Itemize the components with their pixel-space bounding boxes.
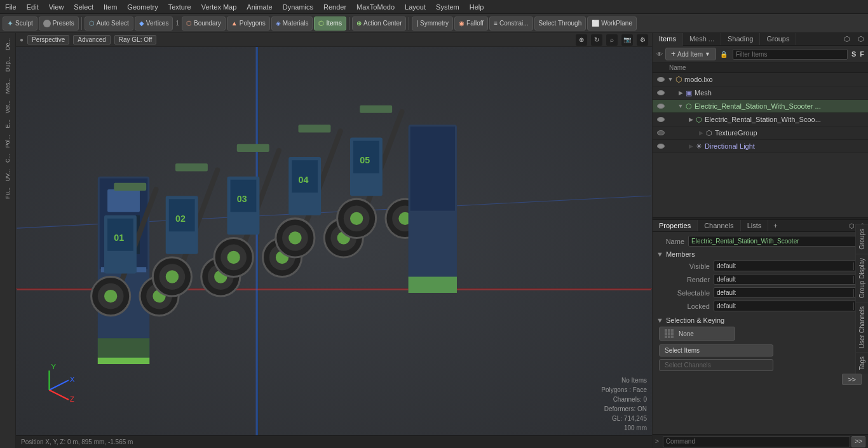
- locked-dropdown[interactable]: default ▼: [714, 301, 864, 311]
- prop-tab-channels[interactable]: Channels: [698, 220, 740, 231]
- item-row-electric2[interactable]: ▶ ⬡ Electric_Rental_Station_With_Scoo...: [653, 113, 868, 126]
- menu-render[interactable]: Render: [318, 2, 351, 12]
- name-input[interactable]: [688, 236, 864, 247]
- item-eye-electric2[interactable]: [655, 114, 667, 125]
- item-expand-texturegroup[interactable]: ▶: [697, 129, 705, 137]
- select-through-button[interactable]: Select Through: [534, 17, 587, 31]
- action-center-button[interactable]: ⊕ Action Center: [352, 17, 407, 31]
- members-section[interactable]: ▼ Members: [656, 250, 864, 258]
- sidebar-tab-c[interactable]: C...: [3, 151, 12, 165]
- command-exec-btn[interactable]: >>: [851, 436, 865, 447]
- item-row-directional[interactable]: ▶ ☀ Directional Light: [653, 140, 868, 153]
- menu-maxtomodo[interactable]: MaxToModo: [351, 2, 400, 12]
- sculpt-button[interactable]: ✦ Sculpt: [3, 17, 37, 31]
- polygons-button[interactable]: ▲ Polygons: [227, 17, 270, 31]
- sidebar-tab-pol[interactable]: Pol...: [3, 132, 12, 151]
- item-row-modo[interactable]: ▼ ⬡ modo.lxo: [653, 73, 868, 86]
- select-channels-button[interactable]: Select Channels: [659, 359, 773, 371]
- prop-tab-lists[interactable]: Lists: [741, 220, 769, 231]
- item-expand-modo[interactable]: ▼: [667, 76, 674, 83]
- boundary-button[interactable]: ⬡ Boundary: [182, 17, 226, 31]
- materials-button[interactable]: ◈ Materials: [271, 17, 313, 31]
- sidebar-tab-mes[interactable]: Mes...: [3, 76, 12, 97]
- rtab-groups[interactable]: Groups: [856, 224, 868, 254]
- expand-properties-btn[interactable]: >>: [842, 374, 862, 385]
- rtab-user-channels[interactable]: User Channels: [856, 302, 868, 352]
- filter-f-btn[interactable]: F: [860, 50, 864, 58]
- item-expand-electric2[interactable]: ▶: [687, 116, 695, 123]
- vertices-button[interactable]: ◆ Vertices: [135, 17, 173, 31]
- falloff-button[interactable]: ◉ Falloff: [454, 17, 488, 31]
- select-items-button[interactable]: Select Items: [659, 344, 773, 356]
- item-eye-modo[interactable]: [655, 74, 667, 85]
- 3d-viewport[interactable]: 01 02: [16, 47, 652, 435]
- menu-view[interactable]: View: [44, 2, 69, 12]
- menu-animate[interactable]: Animate: [241, 2, 277, 12]
- menu-system[interactable]: System: [431, 2, 465, 12]
- rtab-group-display[interactable]: Group Display: [856, 254, 868, 302]
- filter-s-btn[interactable]: S: [851, 50, 856, 58]
- viewport-raygl-button[interactable]: Ray GL: Off: [114, 35, 157, 44]
- item-eye-mesh[interactable]: [655, 88, 667, 98]
- item-row-electric1[interactable]: ▼ ⬡ Electric_Rental_Station_With_Scooter…: [653, 100, 868, 113]
- viewport-icon-rotate[interactable]: ↻: [591, 34, 602, 46]
- menu-select[interactable]: Select: [69, 2, 98, 12]
- menu-edit[interactable]: Edit: [22, 2, 44, 12]
- viewport-mode-button[interactable]: Perspective: [27, 35, 69, 44]
- item-expand-directional[interactable]: ▶: [687, 142, 695, 150]
- viewport-icon-settings[interactable]: ⚙: [637, 34, 648, 46]
- items-filter-input[interactable]: [733, 49, 848, 60]
- viewport-advanced-button[interactable]: Advanced: [73, 35, 110, 44]
- sidebar-tab-uv[interactable]: UV...: [3, 166, 12, 184]
- menu-dynamics[interactable]: Dynamics: [278, 2, 318, 12]
- presets-button[interactable]: Presets: [39, 17, 79, 31]
- menu-file[interactable]: File: [0, 2, 22, 12]
- sidebar-tab-fu[interactable]: Fu...: [3, 185, 12, 201]
- visible-dropdown[interactable]: default ▼: [714, 261, 864, 271]
- item-row-texturegroup[interactable]: ▶ ⬡ TextureGroup: [653, 126, 868, 140]
- rtab-tags[interactable]: Tags: [856, 352, 868, 374]
- item-eye-texturegroup[interactable]: [655, 128, 667, 138]
- tab-items[interactable]: Items: [653, 33, 683, 46]
- none-button[interactable]: None: [659, 327, 735, 341]
- prop-tab-properties[interactable]: Properties: [653, 220, 698, 231]
- viewport-icon-move[interactable]: ⊕: [576, 34, 587, 46]
- items-lock-icon[interactable]: 🔒: [720, 51, 728, 58]
- item-row-mesh[interactable]: ▶ ▣ Mesh: [653, 86, 868, 100]
- tab-groups[interactable]: Groups: [760, 33, 796, 45]
- panel-collapse-btn[interactable]: ⬡: [854, 33, 868, 45]
- items-eye-icon[interactable]: 👁: [656, 51, 663, 58]
- menu-layout[interactable]: Layout: [400, 2, 431, 12]
- autoselect-button[interactable]: ⬡ Auto Select: [85, 17, 133, 31]
- add-item-button[interactable]: + Add Item ▼: [665, 48, 716, 60]
- constraints-button[interactable]: ≡ Constrai...: [489, 17, 532, 31]
- workplane-button[interactable]: ⬜ WorkPlane: [587, 17, 637, 31]
- item-eye-directional[interactable]: [655, 141, 667, 151]
- menu-texture[interactable]: Texture: [163, 2, 196, 12]
- symmetry-button[interactable]: | Symmetry: [412, 17, 453, 31]
- boundary-icon: ⬡: [186, 20, 192, 27]
- items-button[interactable]: ⬡ Items: [314, 17, 346, 31]
- item-expand-mesh[interactable]: ▶: [677, 89, 684, 97]
- selectable-dropdown[interactable]: default ▼: [714, 287, 864, 298]
- sidebar-tab-de[interactable]: De...: [3, 36, 12, 53]
- tab-shading[interactable]: Shading: [721, 33, 760, 45]
- tab-mesh[interactable]: Mesh ...: [683, 33, 721, 45]
- prop-tab-add[interactable]: +: [768, 220, 782, 231]
- viewport-icon-camera[interactable]: 📷: [621, 34, 633, 46]
- panel-expand-btn[interactable]: ⬡: [840, 33, 854, 45]
- menu-vertex-map[interactable]: Vertex Map: [196, 2, 242, 12]
- sidebar-tab-dup[interactable]: Dup...: [3, 54, 12, 74]
- command-input[interactable]: [663, 436, 850, 447]
- menu-item[interactable]: Item: [98, 2, 122, 12]
- viewport-scene: 01 02: [16, 47, 652, 435]
- viewport-icon-zoom[interactable]: ⌕: [606, 34, 618, 46]
- sidebar-tab-ver[interactable]: Ver...: [3, 98, 12, 116]
- sel-keying-section[interactable]: ▼ Selection & Keying: [656, 316, 864, 324]
- menu-geometry[interactable]: Geometry: [122, 2, 163, 12]
- item-eye-electric1[interactable]: [655, 101, 667, 111]
- menu-help[interactable]: Help: [465, 2, 489, 12]
- item-expand-electric1[interactable]: ▼: [677, 102, 684, 110]
- render-dropdown[interactable]: default ▼: [714, 274, 864, 285]
- sidebar-tab-e[interactable]: E...: [3, 117, 12, 131]
